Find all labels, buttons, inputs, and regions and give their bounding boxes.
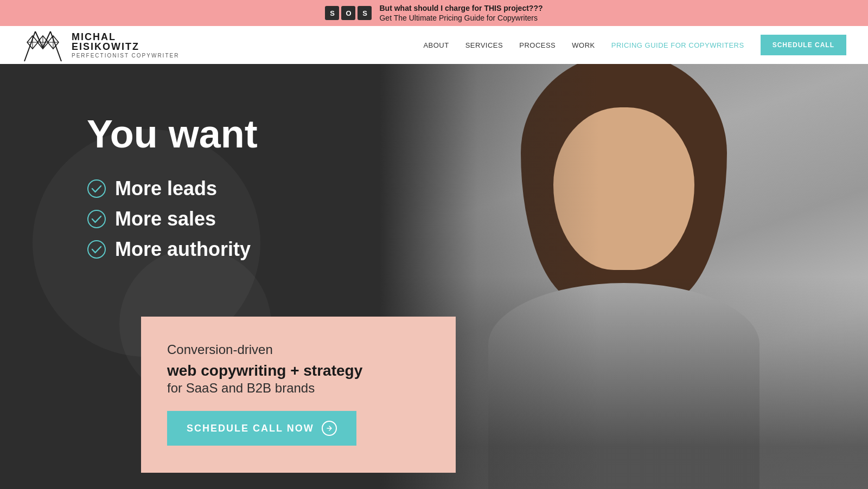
cta-label: SCHEDULE CALL NOW xyxy=(187,423,314,434)
card-line3: for SaaS and B2B brands xyxy=(167,381,430,396)
schedule-call-now-button[interactable]: SCHEDULE CALL NOW xyxy=(167,411,356,446)
check-icon-sales xyxy=(87,209,106,229)
checklist-item-authority: More authority xyxy=(87,238,347,261)
check-icon-authority xyxy=(87,240,106,259)
arrow-circle-icon xyxy=(322,421,337,436)
logo-subtitle: PERFECTIONIST COPYWRITER xyxy=(72,53,179,59)
check-icon-leads xyxy=(87,179,106,198)
header: MICHALEISIKOWITZ PERFECTIONIST COPYWRITE… xyxy=(0,26,868,64)
hero-title: You want xyxy=(87,113,347,156)
sos-s2: S xyxy=(358,6,372,20)
top-banner: S O S But what should I charge for THIS … xyxy=(0,0,868,26)
checklist-label-leads: More leads xyxy=(115,177,217,200)
nav-pricing-guide[interactable]: PRICING GUIDE FOR COPYWRITERS xyxy=(611,41,744,49)
main-nav: ABOUT SERVICES PROCESS WORK PRICING GUID… xyxy=(423,35,846,55)
checklist-label-sales: More sales xyxy=(115,208,216,230)
svg-point-14 xyxy=(88,210,105,228)
sos-badge: S O S xyxy=(325,6,372,20)
svg-point-13 xyxy=(88,180,105,197)
banner-line2: Get The Ultimate Pricing Guide for Copyw… xyxy=(379,14,538,22)
svg-line-0 xyxy=(24,31,35,61)
sos-o: O xyxy=(341,6,355,20)
checklist-item-sales: More sales xyxy=(87,208,347,230)
hero-content: You want More leads More s xyxy=(0,64,380,282)
checklist: More leads More sales Mo xyxy=(87,177,347,261)
logo-text: MICHALEISIKOWITZ PERFECTIONIST COPYWRITE… xyxy=(72,32,179,59)
svg-line-1 xyxy=(35,31,43,48)
logo-area: MICHALEISIKOWITZ PERFECTIONIST COPYWRITE… xyxy=(22,26,179,64)
svg-line-3 xyxy=(50,31,61,61)
hero-section: You want More leads More s xyxy=(0,64,868,489)
card-arrow xyxy=(286,305,310,317)
sos-s1: S xyxy=(325,6,339,20)
nav-work[interactable]: WORK xyxy=(572,41,595,49)
svg-point-15 xyxy=(88,241,105,258)
svg-line-2 xyxy=(43,31,50,48)
nav-about[interactable]: ABOUT xyxy=(423,41,449,49)
hero-card: Conversion-driven web copywriting + stra… xyxy=(141,317,456,473)
banner-line1: But what should I charge for THIS projec… xyxy=(379,3,542,13)
banner-text[interactable]: But what should I charge for THIS projec… xyxy=(379,3,542,23)
nav-services[interactable]: SERVICES xyxy=(465,41,503,49)
checklist-item-leads: More leads xyxy=(87,177,347,200)
header-schedule-button[interactable]: SCHEDULE CALL xyxy=(761,35,846,55)
card-line2: web copywriting + strategy xyxy=(167,361,430,381)
logo-mark xyxy=(22,26,64,64)
nav-process[interactable]: PROCESS xyxy=(519,41,556,49)
card-line1: Conversion-driven xyxy=(167,340,430,359)
checklist-label-authority: More authority xyxy=(115,238,251,261)
logo-name: MICHALEISIKOWITZ xyxy=(72,32,179,52)
